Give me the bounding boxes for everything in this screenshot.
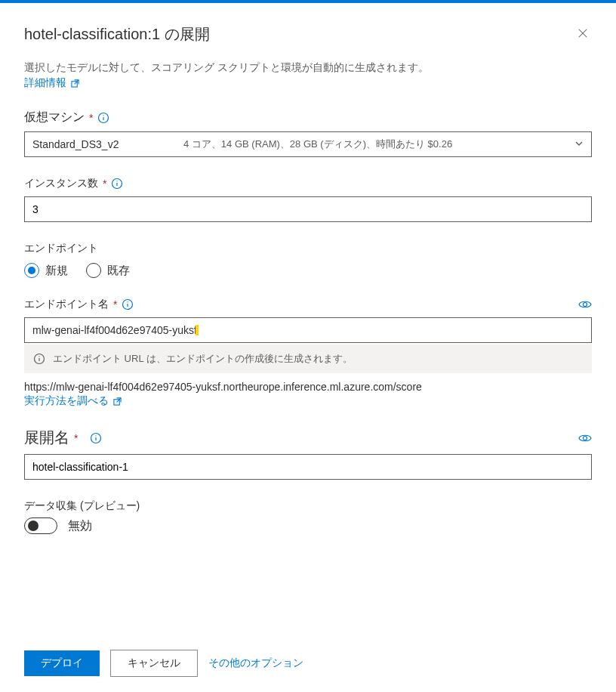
data-collection-state: 無効 xyxy=(68,518,92,534)
endpoint-name-input[interactable]: mlw-genai-lf4f004d62e97405-yuksf xyxy=(24,317,592,343)
data-collection-toggle-row: 無効 xyxy=(24,517,592,534)
endpoint-section: エンドポイント 新規 既存 xyxy=(24,242,592,278)
info-icon xyxy=(33,353,45,365)
eye-icon xyxy=(578,433,592,443)
endpoint-radio-group: 新規 既存 xyxy=(24,263,592,278)
endpoint-label: エンドポイント xyxy=(24,242,592,255)
vm-required: * xyxy=(89,112,93,124)
svg-point-21 xyxy=(96,435,97,436)
external-link-icon xyxy=(71,79,79,88)
deploy-panel: hotel-classification:1 の展開 選択したモデルに対して、ス… xyxy=(0,0,616,692)
deploy-name-info-icon[interactable] xyxy=(90,432,102,444)
instances-label-row: インスタンス数 * xyxy=(24,177,592,190)
svg-point-12 xyxy=(128,301,128,302)
vm-dropdown[interactable]: Standard_DS3_v2 4 コア、14 GB (RAM)、28 GB (… xyxy=(24,131,592,157)
endpoint-name-label-row: エンドポイント名 * xyxy=(24,298,592,311)
svg-point-6 xyxy=(103,115,104,116)
info-icon xyxy=(90,432,102,444)
deploy-name-label-row: 展開名 * xyxy=(24,428,592,448)
data-collection-toggle[interactable] xyxy=(24,517,57,534)
vm-detail: 4 コア、14 GB (RAM)、28 GB (ディスク)、時間あたり $0.2… xyxy=(183,137,568,151)
panel-title: hotel-classification:1 の展開 xyxy=(24,24,210,45)
deploy-name-section: 展開名 * xyxy=(24,428,592,480)
info-icon xyxy=(111,178,123,190)
data-collection-section: データ収集 (プレビュー) 無効 xyxy=(24,499,592,534)
instances-info-icon[interactable] xyxy=(111,178,123,190)
svg-point-22 xyxy=(584,436,587,440)
svg-point-9 xyxy=(117,181,118,181)
vm-selected: Standard_DS3_v2 xyxy=(32,138,183,150)
endpoint-radio-existing[interactable]: 既存 xyxy=(86,263,130,278)
info-icon xyxy=(97,112,109,124)
close-button[interactable] xyxy=(574,24,592,42)
svg-point-13 xyxy=(584,303,587,307)
endpoint-name-label: エンドポイント名 xyxy=(24,298,109,311)
deploy-button[interactable]: デプロイ xyxy=(24,650,100,676)
endpoint-url-banner-text: エンドポイント URL は、エンドポイントの作成後に生成されます。 xyxy=(53,352,353,366)
svg-point-16 xyxy=(38,356,39,357)
svg-line-3 xyxy=(75,79,79,84)
more-options-link[interactable]: その他のオプション xyxy=(208,656,303,670)
eye-icon xyxy=(578,299,592,310)
panel-footer: デプロイ キャンセル その他のオプション xyxy=(24,650,303,677)
radio-circle-checked-icon xyxy=(24,263,39,278)
endpoint-radio-new[interactable]: 新規 xyxy=(24,263,68,278)
howto-link-label: 実行方法を調べる xyxy=(24,394,109,408)
deploy-name-required: * xyxy=(74,432,78,444)
vm-section: 仮想マシン * Standard_DS3_v2 4 コア、14 GB (RAM)… xyxy=(24,110,592,157)
deploy-name-label: 展開名 xyxy=(24,428,69,448)
endpoint-name-required: * xyxy=(113,298,117,310)
endpoint-radio-new-label: 新規 xyxy=(45,264,68,278)
vm-label: 仮想マシン xyxy=(24,110,85,125)
endpoint-name-value: mlw-genai-lf4f004d62e97405-yuksf xyxy=(32,324,197,336)
endpoint-url-text: https://mlw-genai-lf4f004d62e97405-yuksf… xyxy=(24,381,592,393)
details-link-label: 詳細情報 xyxy=(24,76,66,90)
radio-circle-icon xyxy=(86,263,101,278)
info-icon xyxy=(122,298,134,310)
instances-label: インスタンス数 xyxy=(24,177,98,190)
chevron-down-icon xyxy=(574,139,584,150)
vm-label-row: 仮想マシン * xyxy=(24,110,592,125)
endpoint-name-preview-button[interactable] xyxy=(578,299,592,310)
cancel-button[interactable]: キャンセル xyxy=(110,650,198,677)
data-collection-label: データ収集 (プレビュー) xyxy=(24,499,592,513)
vm-info-icon[interactable] xyxy=(97,112,109,124)
endpoint-url-banner: エンドポイント URL は、エンドポイントの作成後に生成されます。 xyxy=(24,344,592,373)
endpoint-radio-existing-label: 既存 xyxy=(107,264,130,278)
svg-line-18 xyxy=(117,397,122,402)
text-caret-icon xyxy=(196,325,199,335)
intro-description: 選択したモデルに対して、スコアリング スクリプトと環境が自動的に生成されます。 xyxy=(24,61,592,75)
toggle-knob-icon xyxy=(28,521,38,531)
details-link[interactable]: 詳細情報 xyxy=(24,76,79,90)
deploy-name-preview-button[interactable] xyxy=(578,433,592,443)
instances-input[interactable] xyxy=(24,196,592,222)
instances-section: インスタンス数 * xyxy=(24,177,592,222)
howto-link[interactable]: 実行方法を調べる xyxy=(24,394,122,408)
external-link-icon xyxy=(113,397,122,406)
endpoint-name-section: エンドポイント名 * mlw-genai-lf4f004d62e97405-yu… xyxy=(24,298,592,408)
close-icon xyxy=(578,28,588,39)
instances-required: * xyxy=(103,178,106,190)
deploy-name-input[interactable] xyxy=(24,454,592,480)
endpoint-name-info-icon[interactable] xyxy=(122,298,134,310)
panel-header: hotel-classification:1 の展開 xyxy=(24,24,592,45)
